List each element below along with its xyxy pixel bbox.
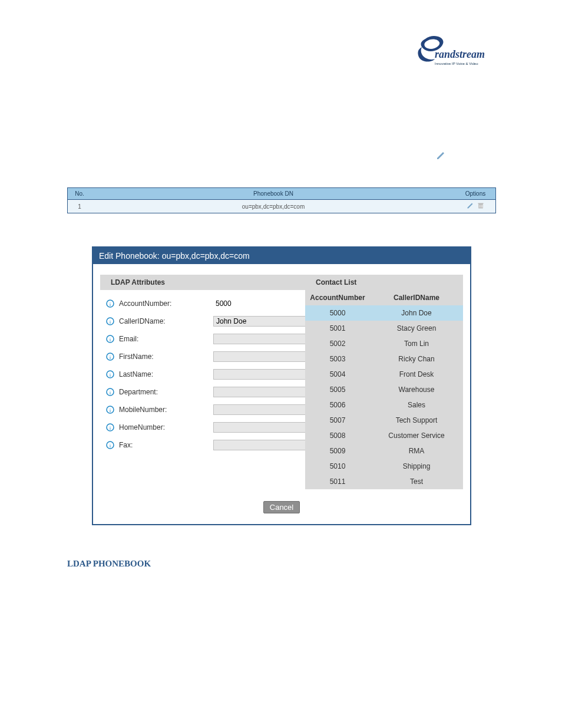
contact-name: Test: [370, 474, 463, 489]
info-icon[interactable]: i: [106, 370, 114, 378]
contact-row[interactable]: 5011Test: [305, 474, 463, 489]
email-field[interactable]: [213, 334, 308, 344]
cell-no: 1: [68, 200, 92, 213]
col-name-header: CallerIDName: [370, 290, 463, 305]
firstname-field[interactable]: [213, 351, 308, 362]
contact-name: Warehouse: [370, 382, 463, 397]
col-no-header: No.: [68, 188, 92, 200]
contact-account: 5004: [305, 367, 370, 382]
contact-name: Front Desk: [370, 367, 463, 382]
edit-icon[interactable]: [467, 202, 474, 210]
col-dn-header: Phonebook DN: [91, 188, 455, 200]
cell-dn: ou=pbx,dc=pbx,dc=com: [91, 200, 455, 213]
department-field[interactable]: [213, 387, 308, 397]
info-icon[interactable]: i: [106, 353, 114, 361]
contact-row[interactable]: 5008Customer Service: [305, 428, 463, 443]
contact-row[interactable]: 5004Front Desk: [305, 367, 463, 382]
contact-account: 5000: [305, 305, 370, 321]
lastname-field[interactable]: [213, 369, 308, 380]
contact-name: Customer Service: [370, 428, 463, 443]
contact-account: 5010: [305, 459, 370, 474]
contact-account: 5005: [305, 382, 370, 397]
contact-row[interactable]: 5000John Doe: [305, 305, 463, 321]
fax-field[interactable]: [213, 440, 308, 450]
svg-text:i: i: [110, 407, 111, 413]
contact-account: 5007: [305, 413, 370, 428]
info-icon[interactable]: i: [106, 423, 114, 431]
contact-list-columns: AccountNumber CallerIDName: [305, 290, 463, 305]
edit-phonebook-dialog: Edit Phonebook: ou=pbx,dc=pbx,dc=com LDA…: [92, 246, 471, 525]
col-account-header: AccountNumber: [305, 290, 370, 305]
brand-logo: randstream Innovative IP Voice & Video: [415, 35, 497, 70]
col-options-header: Options: [455, 188, 496, 200]
attr-row-fax: i Fax:: [106, 436, 299, 454]
accountnumber-field: [213, 298, 306, 309]
svg-text:i: i: [110, 425, 111, 431]
contact-name: Ricky Chan: [370, 351, 463, 367]
mobilenumber-field[interactable]: [213, 404, 308, 415]
contact-account: 5002: [305, 336, 370, 351]
info-icon[interactable]: i: [106, 299, 114, 308]
ldap-attributes-header: LDAP Attributes: [100, 275, 305, 290]
delete-icon[interactable]: [477, 202, 484, 210]
svg-rect-1: [478, 203, 484, 205]
attr-label: FirstName:: [119, 353, 209, 361]
attr-row-lastname: i LastName:: [106, 365, 299, 383]
attr-label: Fax:: [119, 441, 209, 449]
info-icon[interactable]: i: [106, 406, 114, 414]
svg-rect-2: [480, 205, 480, 208]
contact-row[interactable]: 5005Warehouse: [305, 382, 463, 397]
homenumber-field[interactable]: [213, 422, 308, 433]
contact-row[interactable]: 5006Sales: [305, 397, 463, 413]
contact-row[interactable]: 5010Shipping: [305, 459, 463, 474]
attr-label: MobileNumber:: [119, 406, 209, 414]
contact-list-header: Contact List: [305, 275, 463, 290]
attr-label: Email:: [119, 335, 209, 343]
svg-text:i: i: [110, 337, 111, 342]
svg-rect-4: [482, 205, 482, 208]
attr-row-department: i Department:: [106, 383, 299, 401]
attr-label: AccountNumber:: [119, 299, 209, 308]
svg-text:i: i: [110, 319, 111, 325]
svg-text:i: i: [110, 301, 111, 307]
contact-account: 5011: [305, 474, 370, 489]
dialog-title: Edit Phonebook: ou=pbx,dc=pbx,dc=com: [93, 248, 470, 264]
contact-name: Tech Support: [370, 413, 463, 428]
attr-row-calleridname: i CallerIDName:: [106, 312, 299, 330]
contact-name: RMA: [370, 443, 463, 459]
svg-text:i: i: [110, 390, 111, 396]
svg-text:i: i: [110, 372, 111, 378]
table-header: No. Phonebook DN Options: [68, 188, 496, 200]
contact-account: 5008: [305, 428, 370, 443]
attr-label: HomeNumber:: [119, 423, 209, 431]
contact-row[interactable]: 5009RMA: [305, 443, 463, 459]
contact-name: John Doe: [370, 305, 463, 321]
info-icon[interactable]: i: [106, 441, 114, 449]
contact-name: Sales: [370, 397, 463, 413]
attr-row-email: i Email:: [106, 330, 299, 348]
info-icon[interactable]: i: [106, 335, 114, 343]
ldap-attributes-panel: LDAP Attributes i AccountNumber: i Calle…: [100, 275, 305, 489]
contact-row[interactable]: 5007Tech Support: [305, 413, 463, 428]
info-icon[interactable]: i: [106, 388, 114, 396]
grandstream-logo-icon: randstream Innovative IP Voice & Video: [415, 35, 497, 70]
attr-row-accountnumber: i AccountNumber:: [106, 295, 299, 312]
table-row[interactable]: 1 ou=pbx,dc=pbx,dc=com: [68, 200, 496, 213]
contact-account: 5003: [305, 351, 370, 367]
calleridname-field[interactable]: [213, 316, 308, 327]
cancel-button[interactable]: Cancel: [263, 501, 300, 513]
contact-row[interactable]: 5001Stacy Green: [305, 321, 463, 336]
brand-tagline: Innovative IP Voice & Video: [435, 62, 478, 65]
brand-name: randstream: [435, 48, 485, 60]
contact-row[interactable]: 5002Tom Lin: [305, 336, 463, 351]
contact-row[interactable]: 5003Ricky Chan: [305, 351, 463, 367]
contact-name: Tom Lin: [370, 336, 463, 351]
contact-name: Stacy Green: [370, 321, 463, 336]
attr-label: Department:: [119, 388, 209, 396]
phonebook-table: No. Phonebook DN Options 1 ou=pbx,dc=pbx…: [67, 187, 496, 213]
edit-icon[interactable]: [436, 151, 445, 163]
attr-row-mobilenumber: i MobileNumber:: [106, 401, 299, 419]
info-icon[interactable]: i: [106, 317, 114, 325]
attr-row-homenumber: i HomeNumber:: [106, 419, 299, 436]
contact-account: 5009: [305, 443, 370, 459]
